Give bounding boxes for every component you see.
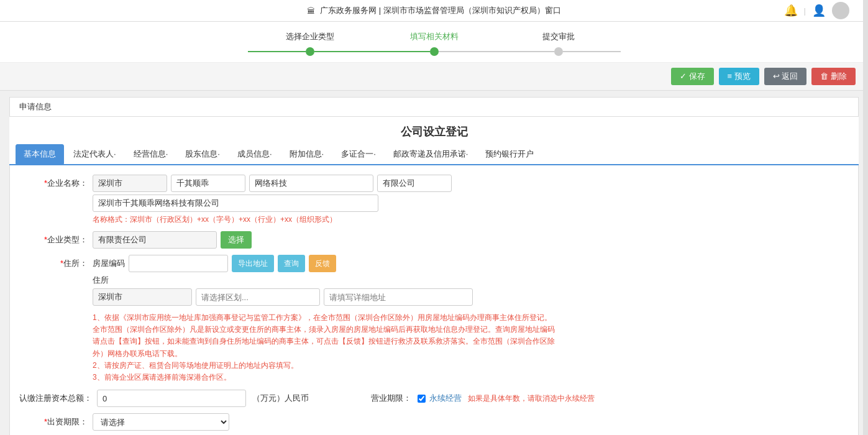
tab-legal-rep[interactable]: 法定代表人· xyxy=(65,144,124,164)
form-section: *企业名称： 名称格式：深圳市（行政区划）+xx（字号）+xx（行业）+xx（组… xyxy=(9,165,859,435)
address-label: *住所： xyxy=(19,255,88,269)
perpetual-checkbox[interactable] xyxy=(418,395,426,403)
save-button[interactable]: ✓ 保存 xyxy=(671,68,714,85)
capital-label: 认缴注册资本总额： xyxy=(19,390,92,404)
step-2: 填写相关材料 xyxy=(372,31,496,56)
back-button[interactable]: ↩ 返回 xyxy=(764,68,807,85)
capital-controls: （万元）人民币 营业期限： 永续经营 如果是具体年数，请取消选中永续经营 xyxy=(97,390,849,407)
address-row: *住所： 房屋编码 导出地址 查询 反馈 住所 xyxy=(19,255,849,383)
step-3-left-line xyxy=(496,51,554,52)
capital-input[interactable] xyxy=(97,390,246,407)
capital-unit: （万元）人民币 xyxy=(252,393,309,404)
step-3-right-line xyxy=(563,51,621,52)
export-address-button[interactable]: 导出地址 xyxy=(232,255,274,272)
district-select[interactable] xyxy=(196,288,320,306)
contribution-period-controls: 请选择 xyxy=(93,413,849,431)
tab-bank[interactable]: 预约银行开户 xyxy=(477,144,542,164)
step-1-dot xyxy=(306,47,314,56)
contribution-period-label: *出资期限： xyxy=(19,413,88,428)
step-1: 选择企业类型 xyxy=(248,31,372,56)
content-area: 申请信息 公司设立登记 基本信息 法定代表人· 经营信息· 股东信息· 成员信息… xyxy=(0,91,868,435)
header-logo-icon: 🏛 xyxy=(307,6,315,16)
section-title: 申请信息 xyxy=(19,102,52,111)
company-city-input[interactable] xyxy=(93,175,167,192)
scrollbar[interactable] xyxy=(863,0,868,435)
company-full-name-input[interactable] xyxy=(93,195,378,212)
steps-bar: 选择企业类型 填写相关材料 提交审批 xyxy=(0,22,868,63)
company-type-row: *企业类型： 选择 xyxy=(19,231,849,249)
tab-additional[interactable]: 附加信息· xyxy=(281,144,332,164)
step-2-left-line xyxy=(372,51,430,52)
company-type-label: *企业类型： xyxy=(19,231,88,245)
company-short-name-input[interactable] xyxy=(171,175,245,192)
name-format-hint: 名称格式：深圳市（行政区划）+xx（字号）+xx（行业）+xx（组织形式） xyxy=(93,214,849,225)
delete-button[interactable]: 🗑 删除 xyxy=(811,68,856,85)
step-3-label: 提交审批 xyxy=(542,31,575,42)
query-button[interactable]: 查询 xyxy=(278,255,305,272)
tab-multi-cert[interactable]: 多证合一· xyxy=(333,144,384,164)
select-type-button[interactable]: 选择 xyxy=(221,231,252,249)
tab-postal[interactable]: 邮政寄递及信用承诺· xyxy=(385,144,477,164)
house-code-input[interactable] xyxy=(129,255,228,272)
step-2-right-line xyxy=(439,51,496,52)
city-input[interactable] xyxy=(93,288,192,306)
company-name-label: *企业名称： xyxy=(19,175,88,189)
address-notes: 1、依据《深圳市应用统一地址库加强商事登记与监管工作方案》，在全市范围（深圳合作… xyxy=(93,312,559,383)
business-period-label: 营业期限： xyxy=(371,393,411,404)
toolbar: ✓ 保存 ≡ 预览 ↩ 返回 🗑 删除 xyxy=(0,63,868,91)
perpetual-hint: 如果是具体年数，请取消选中永续经营 xyxy=(468,393,595,405)
company-form-input[interactable] xyxy=(377,175,452,192)
contribution-period-select[interactable]: 请选择 xyxy=(93,413,229,431)
tab-shareholders[interactable]: 股东信息· xyxy=(177,144,228,164)
step-1-left-line xyxy=(248,51,306,52)
company-name-controls: 名称格式：深圳市（行政区划）+xx（字号）+xx（行业）+xx（组织形式） xyxy=(93,175,849,225)
user-avatar[interactable] xyxy=(832,2,849,19)
notification-icon[interactable]: 🔔 xyxy=(784,4,798,17)
house-code-label: 房屋编码 xyxy=(93,258,125,269)
feedback-button[interactable]: 反馈 xyxy=(309,255,336,272)
contribution-period-row: *出资期限： 请选择 xyxy=(19,413,849,431)
company-industry-input[interactable] xyxy=(249,175,373,192)
company-type-controls: 选择 xyxy=(93,231,849,249)
company-name-row: *企业名称： 名称格式：深圳市（行政区划）+xx（字号）+xx（行业）+xx（组… xyxy=(19,175,849,225)
form-title: 公司设立登记 xyxy=(9,117,859,144)
address-controls: 房屋编码 导出地址 查询 反馈 住所 1、依据《深圳市应用统一地址库 xyxy=(93,255,849,383)
page-header: 🏛 广东政务服务网 | 深圳市市场监督管理局（深圳市知识产权局）窗口 🔔 | 👤 xyxy=(0,0,868,22)
step-2-dot xyxy=(430,47,439,56)
step-1-right-line xyxy=(314,51,372,52)
separator: | xyxy=(804,6,806,16)
company-type-input[interactable] xyxy=(93,231,217,249)
step-2-label: 填写相关材料 xyxy=(410,31,459,42)
step-1-label: 选择企业类型 xyxy=(286,31,334,42)
perpetual-label: 永续经营 xyxy=(429,393,462,404)
tab-business-info[interactable]: 经营信息· xyxy=(126,144,176,164)
address-line-label: 住所 xyxy=(93,275,109,286)
step-3: 提交审批 xyxy=(496,31,621,56)
capital-row: 认缴注册资本总额： （万元）人民币 营业期限： 永续经营 如果是具体年数，请取消… xyxy=(19,390,849,407)
header-title: 广东政务服务网 | 深圳市市场监督管理局（深圳市知识产权局）窗口 xyxy=(320,5,561,16)
section-header: 申请信息 xyxy=(9,97,859,117)
tab-members[interactable]: 成员信息· xyxy=(229,144,280,164)
tab-basic-info[interactable]: 基本信息 xyxy=(16,144,64,164)
detail-address-input[interactable] xyxy=(324,288,473,306)
tab-bar: 基本信息 法定代表人· 经营信息· 股东信息· 成员信息· 附加信息· 多证合一… xyxy=(9,144,859,165)
user-icon[interactable]: 👤 xyxy=(812,4,826,17)
preview-button[interactable]: ≡ 预览 xyxy=(719,68,759,85)
step-3-dot xyxy=(554,47,563,56)
